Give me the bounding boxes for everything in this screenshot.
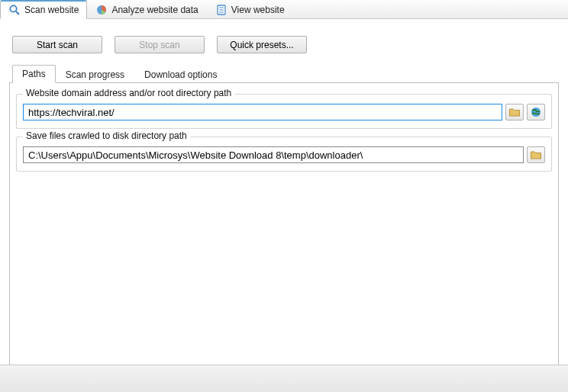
save-path-group: Save files crawled to disk directory pat…: [16, 137, 552, 172]
browse-folder-button-1[interactable]: [505, 104, 524, 120]
open-url-button[interactable]: [527, 104, 545, 120]
svg-line-1: [16, 11, 19, 14]
start-scan-button[interactable]: Start scan: [12, 36, 102, 53]
quick-presets-button[interactable]: Quick presets...: [217, 36, 307, 53]
main-tab-analyze-label: Analyze website data: [111, 5, 198, 15]
browse-folder-button-2[interactable]: [527, 146, 545, 163]
main-tab-analyze[interactable]: Analyze website data: [87, 0, 206, 18]
folder-icon: [530, 149, 542, 161]
action-button-row: Start scan Stop scan Quick presets...: [9, 27, 559, 64]
content-area: Start scan Stop scan Quick presets... Pa…: [0, 19, 568, 365]
status-bar: [0, 365, 568, 392]
website-address-group: Website domain address and/or root direc…: [16, 94, 552, 129]
main-tabbar: Scan website Analyze website data View w…: [0, 0, 568, 19]
save-path-label: Save files crawled to disk directory pat…: [23, 130, 190, 141]
main-tab-scan-label: Scan website: [24, 5, 79, 15]
globe-icon: [530, 106, 542, 118]
save-path-input[interactable]: [23, 146, 524, 163]
website-address-input[interactable]: [23, 104, 502, 120]
subtab-scan-progress[interactable]: Scan progress: [56, 66, 134, 83]
document-icon: [215, 4, 228, 16]
pie-chart-icon: [95, 4, 108, 16]
magnifier-icon: [8, 4, 21, 16]
subtab-paths[interactable]: Paths: [12, 65, 56, 83]
subtab-download-options[interactable]: Download options: [134, 66, 227, 83]
main-tab-view[interactable]: View website: [207, 0, 293, 18]
subtabs-bar: Paths Scan progress Download options: [9, 64, 559, 83]
paths-pane: Website domain address and/or root direc…: [9, 83, 559, 365]
svg-point-0: [10, 5, 16, 11]
main-tab-scan[interactable]: Scan website: [0, 0, 87, 19]
stop-scan-button: Stop scan: [115, 36, 205, 53]
website-address-label: Website domain address and/or root direc…: [23, 88, 234, 98]
main-tab-view-label: View website: [231, 5, 285, 15]
folder-icon: [508, 106, 521, 118]
